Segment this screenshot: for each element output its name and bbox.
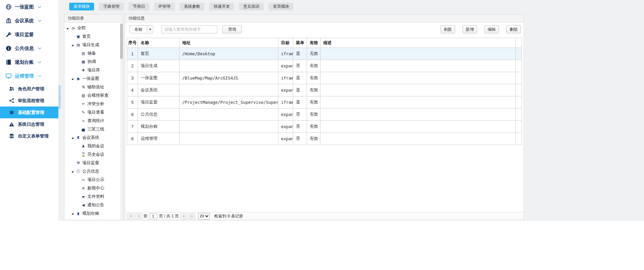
sidebar-subitem[interactable]: 自定义表单管理 [0, 130, 58, 142]
tree-node-label: 项目台账 [87, 219, 104, 220]
top-tab[interactable]: 首页模块 [269, 3, 293, 10]
expander-icon[interactable]: ◢ [66, 27, 71, 30]
sidebar-subitem[interactable]: 基础配置管理 [0, 107, 58, 118]
delete-button[interactable]: 删除 [506, 25, 521, 33]
tree-scrollbar-thumb[interactable] [120, 24, 123, 59]
sort-icon: ⇅ [81, 85, 86, 89]
cell-spacer [516, 96, 522, 109]
tree-node[interactable]: ≋新闻中心 [64, 184, 120, 192]
column-header[interactable]: 描述 [320, 38, 516, 48]
building-icon: ▥ [81, 51, 86, 56]
sidebar-subitem[interactable]: 角色用户管理 [0, 83, 58, 95]
tree-node-label: 我的会议 [87, 143, 104, 149]
tree-node[interactable]: ⚒项目监督 [64, 159, 120, 167]
tree-node-label: 项目监督 [82, 160, 99, 166]
top-tab[interactable]: 系统参数 [179, 3, 204, 10]
tree-node[interactable]: ▣首页 [64, 32, 120, 41]
filter-field-button[interactable]: 名称 [130, 25, 147, 33]
tree-node[interactable]: ◢◉一张蓝图 [64, 74, 120, 83]
tree-node[interactable]: ◢▤项目生成 [64, 41, 120, 49]
globe-icon: ◉ [76, 77, 81, 81]
cell-target: expand [278, 109, 293, 121]
first-page-button[interactable]: |◀ [127, 213, 134, 219]
cell-desc [320, 96, 516, 109]
add-button[interactable]: 新增 [463, 25, 477, 33]
table-row[interactable]: 3一张蓝图/BlueMap/Map/ArcGIS4JSiframe是有效 [127, 72, 522, 84]
page-number-input[interactable] [149, 213, 157, 219]
column-header[interactable]: 名称 [138, 38, 179, 48]
cell-index: 3 [127, 72, 138, 84]
tree-node[interactable]: ⇅辅助选址 [64, 83, 120, 91]
tree-node[interactable]: ❖项目库 [64, 66, 120, 74]
table-row[interactable]: 8运维管理expand否有效 [127, 133, 522, 145]
search-button[interactable]: 查询 [222, 25, 242, 33]
cell-valid: 有效 [307, 121, 320, 133]
top-tab[interactable]: 菜单模块 [69, 3, 94, 10]
sidebar-subitem[interactable]: 审批流程管理 [0, 95, 58, 107]
prev-page-button[interactable]: ◀ [135, 213, 142, 219]
tree-node[interactable]: ◢♜会议系统 [64, 133, 120, 142]
tree-node[interactable]: ▭项目公示 [64, 176, 120, 184]
tree-node-label: 辅助选址 [87, 84, 104, 90]
expander-icon[interactable]: ◢ [72, 78, 76, 80]
sidebar-subitem[interactable]: 系统日志管理 [0, 118, 58, 130]
tree-node[interactable]: ▅三区三线 [64, 125, 120, 133]
tree-node[interactable]: ▥储备 [64, 49, 120, 58]
table-row[interactable]: 2项目生成expand否有效 [127, 60, 522, 72]
sidebar-collapse-handle[interactable]: ‹ [58, 85, 61, 109]
search-input[interactable] [162, 25, 217, 33]
tree-node-label: 首页 [82, 34, 91, 39]
table-row[interactable]: 5项目监督/ProjectManage/Project_Supervise/Su… [127, 96, 522, 109]
top-tab[interactable]: 字典管理 [99, 3, 124, 10]
expander-icon[interactable]: ◢ [72, 212, 76, 215]
expander-icon[interactable]: ◢ [72, 44, 76, 47]
table-row[interactable]: 7规划台账expand否有效 [127, 121, 522, 133]
top-tab[interactable]: IP管理 [154, 3, 175, 10]
column-header[interactable]: 地址 [179, 38, 278, 48]
sidebar-item[interactable]: 公共信息 [0, 41, 58, 55]
column-header[interactable]: 有效 [307, 38, 320, 48]
tree-node[interactable]: ♟我的会议 [64, 142, 120, 150]
tree-node[interactable]: ▦协调 [64, 58, 120, 66]
expander-icon[interactable]: ◢ [72, 137, 76, 139]
links-icon: ◎ [71, 26, 76, 30]
sidebar-item[interactable]: 一张蓝图 [0, 0, 58, 14]
picture-icon: ▦ [81, 60, 86, 64]
cell-desc [320, 133, 516, 145]
edit-button[interactable]: 编辑 [484, 25, 499, 33]
sidebar-item[interactable]: 运维管理 [0, 69, 58, 83]
table-row[interactable]: 6公共信息expand否有效 [127, 109, 522, 121]
last-page-button[interactable]: ▶| [189, 213, 195, 219]
column-header[interactable]: 序号 [127, 38, 138, 48]
cell-menu: 否 [293, 121, 307, 133]
column-header[interactable]: 目标 [278, 38, 293, 48]
refresh-button[interactable]: 刷新 [441, 25, 455, 33]
top-tab[interactable]: 节假日 [129, 3, 149, 10]
next-page-button[interactable]: ▶ [180, 213, 187, 219]
top-tab[interactable]: 快速开发 [209, 3, 234, 10]
tree-node[interactable]: ▧合规性审查 [64, 91, 120, 100]
table-row[interactable]: 1首页/Home/Desktopiframe是无效 [127, 48, 522, 60]
tree-scrollbar[interactable] [120, 23, 123, 220]
history-icon: ⌛ [81, 152, 86, 157]
sidebar-item[interactable]: 会议系统 [0, 14, 58, 28]
top-tab[interactable]: 意见批语 [239, 3, 264, 10]
tree-node[interactable]: ⌛历史会议 [64, 150, 120, 159]
tree-node[interactable]: ✎项目查看 [64, 108, 120, 117]
tree-node[interactable]: ∿查询统计 [64, 117, 120, 125]
filter-field-dropdown-button[interactable] [147, 25, 153, 33]
tree-node[interactable]: ◢ⓘ公共信息 [64, 167, 120, 176]
tree-node[interactable]: ▰文件资料 [64, 192, 120, 201]
table-row[interactable]: 4会议系统expand是有效 [127, 84, 522, 96]
tree-node[interactable]: ⚑项目台账 [64, 218, 120, 220]
sidebar-item[interactable]: 规划台账 [0, 55, 58, 69]
tree-node[interactable]: ◀通知公告 [64, 201, 120, 209]
expander-icon[interactable]: ◢ [72, 170, 76, 173]
sidebar-item[interactable]: 项目监督 [0, 28, 58, 41]
cell-target: iframe [278, 72, 293, 84]
tree-node[interactable]: ◢◎全部 [64, 24, 120, 32]
tree-node[interactable]: ◢▮规划台账 [64, 209, 120, 218]
column-header[interactable]: 菜单 [293, 38, 307, 48]
tree-node[interactable]: ✂冲突分析 [64, 100, 120, 108]
page-size-select[interactable]: 20 [198, 213, 210, 219]
